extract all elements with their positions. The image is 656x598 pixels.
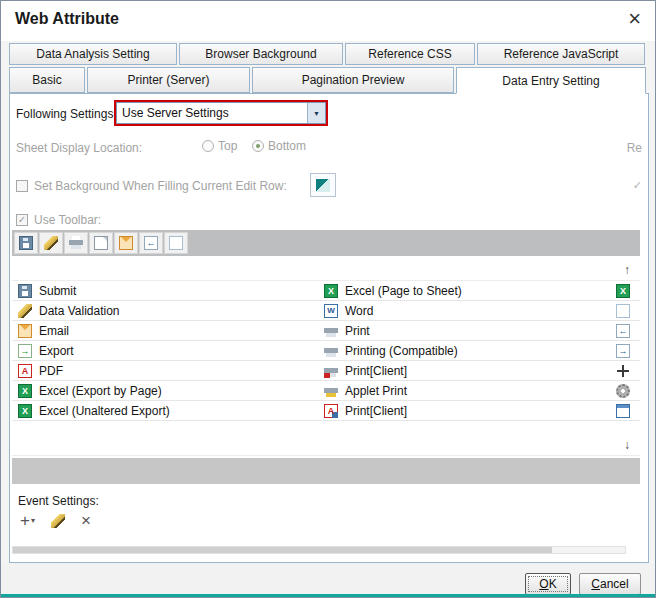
- set-background-checkbox[interactable]: [16, 180, 28, 192]
- right-cell: Print[Client]: [324, 404, 626, 418]
- item-label: Printing (Compatible): [345, 344, 458, 358]
- scroll-down-row: ↓: [12, 435, 640, 456]
- radio-option-bottom[interactable]: Bottom: [252, 139, 306, 153]
- chevron-down-icon[interactable]: ▼: [307, 103, 325, 123]
- titlebar: Web Attribute ×: [1, 1, 655, 41]
- scroll-down-icon[interactable]: ↓: [624, 438, 630, 452]
- delete-button[interactable]: ×: [81, 512, 91, 529]
- arrow-right-icon: [616, 344, 630, 358]
- tab-printer-server[interactable]: Printer (Server): [87, 67, 250, 93]
- toolbar-preview: [12, 230, 640, 256]
- right-cell: Print[Client]: [324, 364, 626, 378]
- word-icon: [324, 304, 338, 318]
- cancel-button-label: Cancel: [586, 577, 634, 591]
- right-cell: Print: [324, 324, 626, 338]
- edit-button[interactable]: [51, 514, 65, 528]
- footer: OK Cancel: [1, 563, 655, 598]
- use-toolbar-label: Use Toolbar:: [34, 213, 101, 227]
- item-label: Submit: [39, 284, 76, 298]
- toolbar-preview-cell: [139, 232, 163, 254]
- tab-reference-css[interactable]: Reference CSS: [345, 43, 475, 65]
- list-item[interactable]: ExportPrinting (Compatible): [12, 341, 640, 361]
- toolbar-items-list: SubmitExcel (Page to Sheet)Data Validati…: [12, 281, 640, 421]
- pencil-icon: [18, 304, 32, 318]
- list-item[interactable]: Data ValidationWord: [12, 301, 640, 321]
- tab-reference-javascript[interactable]: Reference JavaScript: [477, 43, 645, 65]
- tab-data-analysis-setting[interactable]: Data Analysis Setting: [9, 43, 177, 65]
- toolbar-preview-cell: [164, 232, 188, 254]
- add-button[interactable]: +▾: [20, 512, 35, 529]
- save-icon: [19, 236, 33, 250]
- radio-icon-bottom[interactable]: [252, 140, 264, 152]
- list-item[interactable]: SubmitExcel (Page to Sheet): [12, 281, 640, 301]
- item-label: Applet Print: [345, 384, 407, 398]
- list-spacer: [12, 421, 640, 435]
- excel-icon: [18, 384, 32, 398]
- event-settings-label: Event Settings:: [18, 494, 99, 508]
- following-settings-label: Following Settings:: [16, 107, 117, 121]
- excel-icon: [616, 284, 630, 298]
- item-label: Excel (Page to Sheet): [345, 284, 462, 298]
- following-settings-dropdown[interactable]: Use Server Settings ▼: [116, 102, 326, 124]
- set-background-row: Set Background When Filling Current Edit…: [16, 179, 287, 193]
- item-label: Print[Client]: [345, 364, 407, 378]
- radio-bottom-label: Bottom: [268, 139, 306, 153]
- print-icon: [324, 344, 338, 358]
- clipped-right-text: Re: [627, 141, 642, 155]
- scroll-up-row: ↑: [12, 260, 640, 281]
- email-icon: [18, 324, 32, 338]
- excel-icon: [18, 404, 32, 418]
- right-cell: Word: [324, 304, 626, 318]
- scroll-up-icon[interactable]: ↑: [624, 263, 630, 277]
- list-item[interactable]: Excel (Export by Page)Applet Print: [12, 381, 640, 401]
- chevron-down-icon[interactable]: ▾: [31, 516, 35, 525]
- pdf-icon: [18, 364, 32, 378]
- tab-basic[interactable]: Basic: [9, 67, 85, 93]
- toolbar-preview-cell: [14, 232, 38, 254]
- toolbar-preview-cell: [89, 232, 113, 254]
- list-item[interactable]: Excel (Unaltered Export)Print[Client]: [12, 401, 640, 421]
- data-entry-setting-panel: Following Settings: Use Server Settings …: [9, 93, 649, 563]
- event-buttons: +▾×: [20, 512, 91, 529]
- left-cell: Excel (Unaltered Export): [12, 404, 324, 418]
- excel-icon: [324, 284, 338, 298]
- use-toolbar-checkbox[interactable]: ✓: [16, 214, 28, 226]
- print-icon: [324, 324, 338, 338]
- delete-icon: ×: [81, 512, 91, 529]
- sheet-display-location-label: Sheet Display Location:: [16, 141, 142, 155]
- radio-icon-top[interactable]: [202, 140, 214, 152]
- move-icon: [616, 364, 630, 378]
- right-cell: Printing (Compatible): [324, 344, 626, 358]
- horizontal-scrollbar[interactable]: [12, 546, 626, 554]
- item-label: Email: [39, 324, 69, 338]
- item-label: Print[Client]: [345, 404, 407, 418]
- ok-button[interactable]: OK: [525, 573, 571, 595]
- right-cell: Applet Print: [324, 384, 626, 398]
- arrow-left-icon: [616, 324, 630, 338]
- left-cell: PDF: [12, 364, 324, 378]
- use-toolbar-row: ✓ Use Toolbar:: [16, 213, 101, 227]
- cancel-button[interactable]: Cancel: [579, 573, 641, 595]
- calendar-icon: [616, 404, 630, 418]
- toolbar-list-block: ↑ SubmitExcel (Page to Sheet)Data Valida…: [12, 260, 640, 456]
- list-item[interactable]: EmailPrint: [12, 321, 640, 341]
- left-cell: Export: [12, 344, 324, 358]
- radio-option-top[interactable]: Top: [202, 139, 237, 153]
- pdf-client-icon: [324, 404, 338, 418]
- fill-color-button[interactable]: [310, 173, 336, 197]
- list-item[interactable]: PDFPrint[Client]: [12, 361, 640, 381]
- left-cell: Email: [12, 324, 324, 338]
- close-icon[interactable]: ×: [628, 6, 641, 32]
- pencil-icon: [51, 514, 65, 528]
- horizontal-scrollbar-thumb[interactable]: [13, 547, 552, 553]
- left-cell: Excel (Export by Page): [12, 384, 324, 398]
- tab-data-entry-setting[interactable]: Data Entry Setting: [456, 67, 646, 94]
- gear-icon: [616, 384, 630, 398]
- save-icon: [18, 284, 32, 298]
- tab-pagination-preview[interactable]: Pagination Preview: [252, 67, 454, 93]
- tab-browser-background[interactable]: Browser Background: [179, 43, 343, 65]
- pencil-icon: [44, 236, 58, 250]
- export-icon: [18, 344, 32, 358]
- applet-print-icon: [324, 384, 338, 398]
- print-client-icon: [324, 364, 338, 378]
